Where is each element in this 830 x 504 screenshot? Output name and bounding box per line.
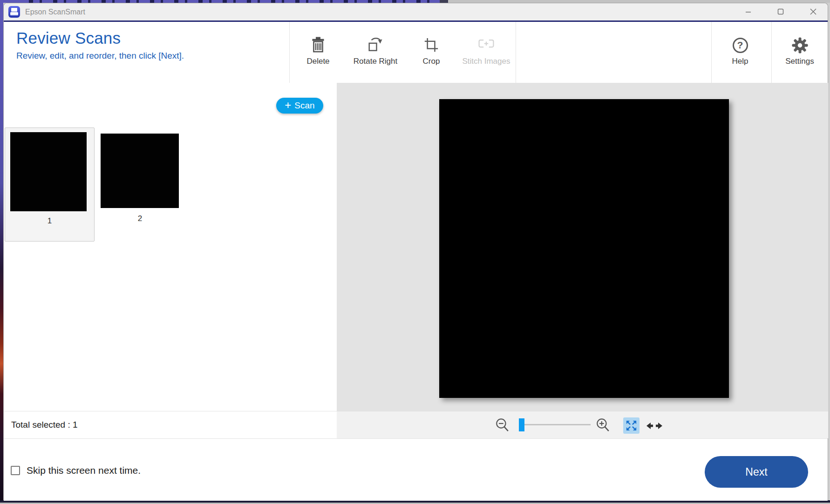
pan-arrows-icon — [646, 421, 663, 430]
titlebar: Epson ScanSmart — [4, 3, 828, 20]
scan-button-label: Scan — [294, 101, 314, 111]
thumbnail-1-selected[interactable]: 1 — [5, 128, 95, 242]
rotate-right-label: Rotate Right — [347, 57, 403, 66]
rotate-right-icon — [347, 34, 403, 56]
maximize-button[interactable] — [770, 5, 791, 19]
crop-button[interactable]: Crop — [403, 34, 459, 66]
app-scanner-icon — [8, 6, 20, 18]
magnifier-minus-icon — [494, 417, 510, 433]
zoom-in-button[interactable] — [595, 417, 611, 435]
total-selected-text: Total selected : 1 — [11, 420, 78, 430]
settings-button[interactable]: Settings — [772, 34, 828, 66]
toolbar-separator — [711, 22, 712, 83]
fit-to-screen-icon — [625, 419, 638, 432]
header: Review Scans Review, edit, and reorder, … — [4, 22, 828, 83]
zoom-slider-track[interactable] — [519, 424, 591, 425]
gear-icon — [772, 34, 828, 56]
delete-label: Delete — [290, 57, 346, 66]
crop-icon — [403, 34, 459, 56]
skip-label: Skip this screen next time. — [27, 465, 141, 476]
thumbnail-2-label: 2 — [97, 214, 183, 223]
magnifier-plus-icon — [595, 417, 611, 433]
scan-button[interactable]: + Scan — [276, 98, 323, 114]
window-title: Epson ScanSmart — [25, 8, 85, 16]
preview-image — [439, 99, 729, 398]
zoom-slider-thumb[interactable] — [519, 418, 524, 431]
rotate-right-button[interactable]: Rotate Right — [347, 34, 403, 66]
epson-scansmart-window: Epson ScanSmart Review Scans Review, edi… — [3, 3, 828, 500]
thumbnail-panel: + Scan 1 2 — [4, 83, 337, 411]
trash-icon — [290, 34, 346, 56]
zoom-out-button[interactable] — [494, 417, 510, 435]
settings-label: Settings — [772, 57, 828, 66]
minimize-icon — [745, 9, 751, 15]
total-selected-bar: Total selected : 1 — [4, 411, 337, 438]
close-button[interactable] — [803, 5, 824, 19]
help-label: Help — [712, 57, 768, 66]
skip-row: Skip this screen next time. — [11, 465, 141, 476]
toolbar-separator — [289, 22, 290, 83]
thumbnail-2-image — [101, 134, 179, 208]
maximize-icon — [777, 8, 784, 15]
crop-label: Crop — [403, 57, 459, 66]
next-button-label: Next — [745, 466, 767, 478]
minimize-button[interactable] — [737, 5, 759, 19]
thumbnail-1-image — [10, 132, 87, 211]
screen: Epson ScanSmart Review Scans Review, edi… — [0, 0, 830, 504]
delete-button[interactable]: Delete — [290, 34, 346, 66]
help-button[interactable]: ? Help — [712, 34, 768, 66]
question-glyph: ? — [737, 40, 743, 51]
page-subtitle: Review, edit, and reorder, then click [N… — [16, 51, 184, 61]
stitch-images-icon — [454, 34, 519, 56]
thumbnail-1-label: 1 — [5, 216, 94, 226]
background-window-left-sliver — [0, 3, 3, 504]
fit-to-screen-button[interactable] — [623, 417, 640, 434]
stitch-images-label: Stitch Images — [454, 57, 519, 66]
header-text: Review Scans Review, edit, and reorder, … — [16, 29, 184, 61]
close-icon — [810, 8, 816, 15]
plus-icon: + — [285, 100, 291, 111]
window-controls — [737, 5, 824, 19]
skip-checkbox[interactable] — [11, 466, 20, 475]
stitch-images-button[interactable]: Stitch Images — [454, 34, 519, 66]
zoom-controls-bar — [337, 411, 828, 438]
preview-panel — [337, 83, 828, 411]
page-title: Review Scans — [16, 29, 184, 47]
next-button[interactable]: Next — [705, 456, 808, 488]
question-circle-icon: ? — [712, 34, 768, 56]
bottom-bar: Skip this screen next time. Next — [4, 438, 828, 501]
pan-horizontal-button[interactable] — [646, 421, 663, 432]
thumbnail-2[interactable]: 2 — [97, 129, 183, 241]
